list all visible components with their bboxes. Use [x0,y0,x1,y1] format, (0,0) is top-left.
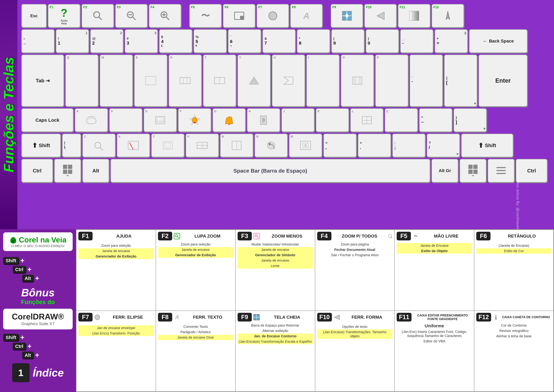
alt-mod-key-2: Alt [22,351,34,359]
ctrl-row-combo-2: Ctrl + [13,342,73,350]
menu-icon [496,165,507,176]
alt-row-combo: Alt + [22,274,73,282]
modifier-display-2: Shift + Ctrl + Alt + [3,333,73,360]
fn-card-f6: F6 RETÂNGULO (Janela de Encaixe) Estilo … [474,230,554,311]
svg-rect-64 [473,170,478,174]
key-w[interactable]: W [100,55,133,107]
key-accent[interactable]: `' [410,55,443,107]
key-l[interactable]: L [350,108,383,132]
f8-icon: A [303,11,310,21]
key-z[interactable]: Z [82,133,116,157]
key-f7[interactable]: F7 [256,4,289,28]
key-minus[interactable]: _- [400,29,433,53]
key-f11[interactable]: F11 [398,4,430,28]
key-menu[interactable] [488,159,514,182]
key-2[interactable]: @22 [90,29,123,53]
key-j[interactable]: J [281,108,314,132]
fn-card-f7: F7 FERR. ELIPSE Jan de encaixe envelope … [76,311,156,392]
key-esc[interactable]: Esc [21,4,47,28]
key-7[interactable]: &7 [262,29,296,53]
key-8[interactable]: *8 [297,29,330,53]
key-v[interactable]: V [186,133,219,157]
svg-rect-43 [128,141,138,150]
key-x[interactable]: X [117,133,150,157]
key-semicolon[interactable]: :; [392,133,425,157]
key-6[interactable]: ¨6¬ [228,29,261,53]
key-period[interactable]: >. [358,133,391,157]
key-3[interactable]: #33 [125,29,158,53]
key-ctrl-right[interactable]: Ctrl [516,159,547,182]
key-4[interactable]: $4£ [159,29,192,53]
bonus-section: Bônus Funções do [21,287,55,306]
key-f8[interactable]: F8 A [290,4,323,28]
key-comma[interactable]: <, [323,133,357,157]
key-g[interactable]: G [213,108,246,132]
f2-icon-box [174,233,180,239]
key-win-left[interactable]: ™ [54,159,81,182]
key-f2[interactable]: F2 [82,4,114,28]
f1-fn: F1 [50,5,53,9]
key-h[interactable]: H [247,108,280,132]
key-bracket-open[interactable]: {[a [444,55,477,107]
key-backslash[interactable]: |\ [62,133,81,157]
key-n[interactable]: N [255,133,288,157]
key-o[interactable]: O [341,55,374,107]
key-backspace[interactable]: ← Back Space [469,29,527,53]
key-slash[interactable]: ?/o [427,133,460,157]
key-c[interactable]: C [151,133,184,157]
key-9[interactable]: (9 [331,29,364,53]
key-win-right[interactable]: ™ [459,159,486,182]
key-q[interactable]: Q [65,55,98,107]
key-f[interactable]: F [178,108,211,132]
shift-left-label: Shift [39,143,50,148]
svg-line-8 [166,17,169,20]
key-tab[interactable]: Tab ⇥ [21,55,64,107]
f1-sub: AjudaHelp [61,19,68,25]
key-f6[interactable]: F6 [223,4,255,28]
f4-row2: Fechar Documento Atual [317,247,393,252]
f7-row4: (Jan.Encx) Transform. Posição [78,331,154,336]
key-s[interactable]: S [109,108,142,132]
key-k[interactable]: K [316,108,349,132]
key-f1[interactable]: F1 ? AjudaHelp [48,4,80,28]
key-enter[interactable]: Enter [478,55,527,107]
f11-icon [409,10,420,21]
key-i[interactable]: I [306,55,339,107]
key-b[interactable]: B [220,133,253,157]
key-ctrl-left[interactable]: Ctrl [21,159,53,182]
key-tilde[interactable]: ^~ [419,108,452,132]
key-1[interactable]: !11 [56,29,89,53]
key-f10[interactable]: F10 [364,4,397,28]
key-equals[interactable]: +=§ [435,29,468,53]
key-f5[interactable]: F5 〜 [189,4,222,28]
f6-fn: F6 [225,5,228,9]
key-altgr[interactable]: Alt Gr [431,159,458,182]
key-brace-close[interactable]: }]o [454,108,487,132]
key-caps-lock[interactable]: Caps Lock [21,108,73,132]
key-shift-right[interactable]: ⬆ Shift [461,133,513,157]
key-r[interactable]: R [169,55,202,107]
key-f3[interactable]: F3 [115,4,147,28]
key-a[interactable]: A [75,108,108,132]
key-cedilla[interactable]: Ç [385,108,418,132]
svg-line-74 [391,237,392,238]
key-alt-left[interactable]: Alt [82,159,109,182]
key-f12[interactable]: F12 [432,4,464,28]
key-5[interactable]: %5¢ [194,29,227,53]
key-t-icon [214,75,225,86]
key-p[interactable]: P [375,55,408,107]
key-shift-left[interactable]: ⬆ Shift [21,133,61,157]
key-d[interactable]: D [144,108,177,132]
key-f9[interactable]: F9 [331,4,363,28]
key-t[interactable]: T [203,55,236,107]
key-e[interactable]: E [134,55,167,107]
key-m[interactable]: M [289,133,322,157]
key-backtick[interactable]: ",,, [21,29,55,53]
key-u[interactable]: U [272,55,305,107]
key-f4[interactable]: F4 [149,4,181,28]
svg-rect-62 [473,165,478,169]
bottom-left-panel: Corel na Veia O MEU, O SEU, O NOSSO ESPA… [0,229,76,392]
key-space[interactable]: Space Bar (Barra de Espaço) [111,159,430,182]
key-y[interactable]: Y [237,55,270,107]
key-0[interactable]: )0 [366,29,399,53]
